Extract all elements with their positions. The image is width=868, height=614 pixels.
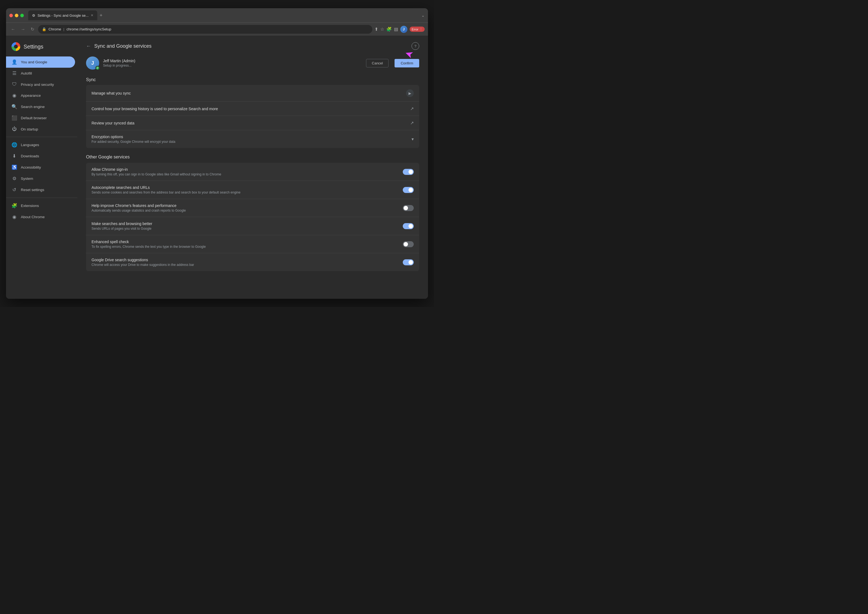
sidebar-label-search-engine: Search engine	[21, 105, 45, 109]
traffic-lights	[9, 14, 24, 17]
make-searches-subtitle: Sends URLs of pages you visit to Google	[91, 227, 403, 230]
fullscreen-traffic-light[interactable]	[20, 14, 24, 17]
sidebar-label-languages: Languages	[21, 143, 39, 147]
sidebar-item-appearance[interactable]: ◉ Appearance	[6, 90, 75, 101]
close-traffic-light[interactable]	[9, 14, 13, 17]
sidebar-label-extensions: Extensions	[21, 204, 39, 208]
make-searches-title: Make searches and browsing better	[91, 221, 403, 226]
make-searches-item[interactable]: Make searches and browsing better Sends …	[86, 217, 419, 235]
on-startup-icon: ⏻	[11, 126, 17, 132]
sidebar-item-default-browser[interactable]: ⬛ Default browser	[6, 112, 75, 124]
sidebar-item-about-chrome[interactable]: ◉ About Chrome	[6, 211, 75, 222]
browsing-history-external-icon: ↗	[410, 106, 414, 111]
tab-area: ⚙ Settings - Sync and Google se... ✕ +	[28, 11, 419, 20]
make-searches-toggle[interactable]	[403, 223, 414, 229]
sidebar-divider-2	[6, 197, 77, 198]
page-header-left: ← Sync and Google services	[86, 43, 152, 49]
drive-suggestions-toggle[interactable]	[403, 259, 414, 265]
sidebar-item-search-engine[interactable]: 🔍 Search engine	[6, 101, 75, 112]
browsing-history-text: Control how your browsing history is use…	[91, 107, 410, 111]
allow-signin-toggle[interactable]	[403, 169, 414, 175]
sidebar-label-accessibility: Accessibility	[21, 165, 41, 169]
cancel-button[interactable]: Cancel	[366, 59, 389, 67]
sidebar-label-autofill: Autofill	[21, 71, 32, 75]
new-tab-button[interactable]: +	[98, 11, 104, 19]
sidebar-item-accessibility[interactable]: ♿ Accessibility	[6, 162, 75, 173]
sidebar-item-autofill[interactable]: ☰ Autofill	[6, 68, 75, 79]
review-synced-external-icon: ↗	[410, 120, 414, 126]
main-content: Settings 👤 You and Google ☰ Autofill 🛡 P…	[6, 36, 428, 299]
address-bar-right: ⬆ ☆ 🧩 ▤ J Error ⋮	[375, 26, 425, 33]
spell-check-subtitle: To fix spelling errors, Chrome sends the…	[91, 245, 403, 249]
sidebar-toggle-icon[interactable]: ▤	[394, 26, 398, 32]
error-more-icon: ⋮	[420, 27, 423, 31]
tab-title: Settings - Sync and Google se...	[37, 14, 88, 17]
sidebar-label-on-startup: On startup	[21, 127, 38, 131]
sidebar-item-reset-settings[interactable]: ↺ Reset settings	[6, 184, 75, 196]
spell-check-item[interactable]: Enhanced spell check To fix spelling err…	[86, 235, 419, 253]
make-searches-text: Make searches and browsing better Sends …	[91, 221, 403, 230]
other-services-title: Other Google services	[86, 155, 419, 160]
share-icon[interactable]: ⬆	[375, 26, 378, 32]
spell-check-title: Enhanced spell check	[91, 239, 403, 244]
forward-button[interactable]: →	[19, 26, 27, 33]
url-bar[interactable]: 🔒 Chrome | chrome://settings/syncSetup	[38, 25, 372, 34]
autocomplete-toggle[interactable]	[403, 187, 414, 193]
title-bar: ⚙ Settings - Sync and Google se... ✕ + ⌄	[6, 8, 428, 22]
sidebar-item-on-startup[interactable]: ⏻ On startup	[6, 124, 75, 135]
tab-settings-icon: ⚙	[32, 14, 35, 17]
bookmark-icon[interactable]: ☆	[380, 26, 384, 32]
manage-sync-text: Manage what you sync	[91, 91, 406, 95]
autocomplete-item[interactable]: Autocomplete searches and URLs Sends som…	[86, 181, 419, 199]
search-engine-icon: 🔍	[11, 104, 17, 110]
tab-close-button[interactable]: ✕	[91, 14, 93, 17]
allow-signin-item[interactable]: Allow Chrome sign-in By turning this off…	[86, 163, 419, 181]
manage-sync-item[interactable]: Manage what you sync ▶	[86, 85, 419, 102]
help-improve-item[interactable]: Help improve Chrome's features and perfo…	[86, 199, 419, 217]
window-chevron-icon: ⌄	[422, 13, 425, 17]
back-button[interactable]: ←	[9, 26, 17, 33]
error-text: Error	[412, 28, 418, 31]
refresh-button[interactable]: ↻	[29, 25, 36, 33]
arrow-container: ➤ Confirm	[395, 59, 419, 67]
autocomplete-subtitle: Sends some cookies and searches from the…	[91, 191, 403, 194]
accessibility-icon: ♿	[11, 165, 17, 170]
review-synced-title: Review your synced data	[91, 121, 410, 125]
url-path: chrome://settings/syncSetup	[67, 27, 111, 31]
page-back-button[interactable]: ←	[86, 43, 91, 49]
encryption-subtitle: For added security, Google Chrome will e…	[91, 140, 412, 144]
drive-suggestions-item[interactable]: Google Drive search suggestions Chrome w…	[86, 253, 419, 271]
help-icon-button[interactable]: ?	[412, 42, 419, 50]
sidebar-item-languages[interactable]: 🌐 Languages	[6, 139, 75, 151]
encryption-item[interactable]: Encryption options For added security, G…	[86, 130, 419, 148]
avatar-letter: J	[91, 60, 94, 66]
sidebar-item-system[interactable]: ⚙ System	[6, 173, 75, 184]
active-tab[interactable]: ⚙ Settings - Sync and Google se... ✕	[28, 11, 97, 20]
spell-check-toggle[interactable]	[403, 241, 414, 247]
page-header: ← Sync and Google services ?	[86, 42, 419, 50]
sidebar-item-you-and-google[interactable]: 👤 You and Google	[6, 56, 75, 68]
minimize-traffic-light[interactable]	[15, 14, 19, 17]
browsing-history-item[interactable]: Control how your browsing history is use…	[86, 102, 419, 116]
help-improve-subtitle: Automatically sends usage statistics and…	[91, 208, 403, 213]
sidebar-label-system: System	[21, 177, 33, 180]
encryption-title: Encryption options	[91, 135, 412, 139]
extensions-icon[interactable]: 🧩	[386, 26, 392, 32]
sidebar-item-privacy-security[interactable]: 🛡 Privacy and security	[6, 79, 75, 90]
privacy-icon: 🛡	[11, 82, 17, 87]
sidebar-item-downloads[interactable]: ⬇ Downloads	[6, 151, 75, 162]
browser-window: ⚙ Settings - Sync and Google se... ✕ + ⌄…	[6, 8, 428, 299]
user-name: Jeff Martin (Admin)	[103, 59, 362, 63]
review-synced-item[interactable]: Review your synced data ↗	[86, 116, 419, 130]
help-improve-toggle[interactable]	[403, 205, 414, 211]
drive-suggestions-subtitle: Chrome will access your Drive to make su…	[91, 263, 403, 267]
profile-avatar[interactable]: J	[400, 26, 408, 33]
you-and-google-icon: 👤	[11, 59, 17, 65]
reset-icon: ↺	[11, 187, 17, 193]
autocomplete-text: Autocomplete searches and URLs Sends som…	[91, 185, 403, 194]
confirm-button[interactable]: Confirm	[395, 59, 419, 67]
default-browser-icon: ⬛	[11, 115, 17, 121]
sidebar-item-extensions[interactable]: 🧩 Extensions	[6, 200, 75, 211]
languages-icon: 🌐	[11, 142, 17, 148]
help-improve-text: Help improve Chrome's features and perfo…	[91, 204, 403, 213]
